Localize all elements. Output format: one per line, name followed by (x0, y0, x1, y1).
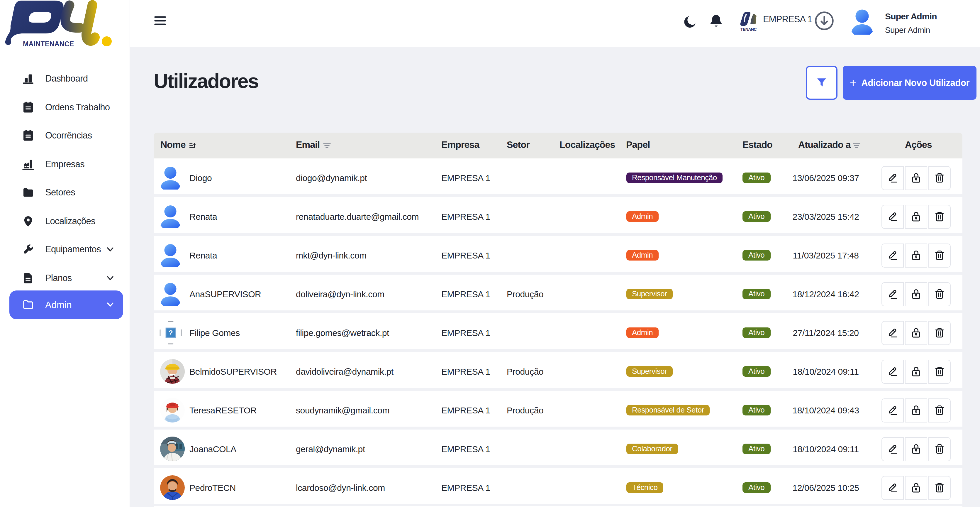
svg-text:MAINTENANCE: MAINTENANCE (23, 40, 74, 48)
svg-text:?: ? (169, 329, 173, 337)
svg-text:TENANC: TENANC (740, 27, 757, 32)
